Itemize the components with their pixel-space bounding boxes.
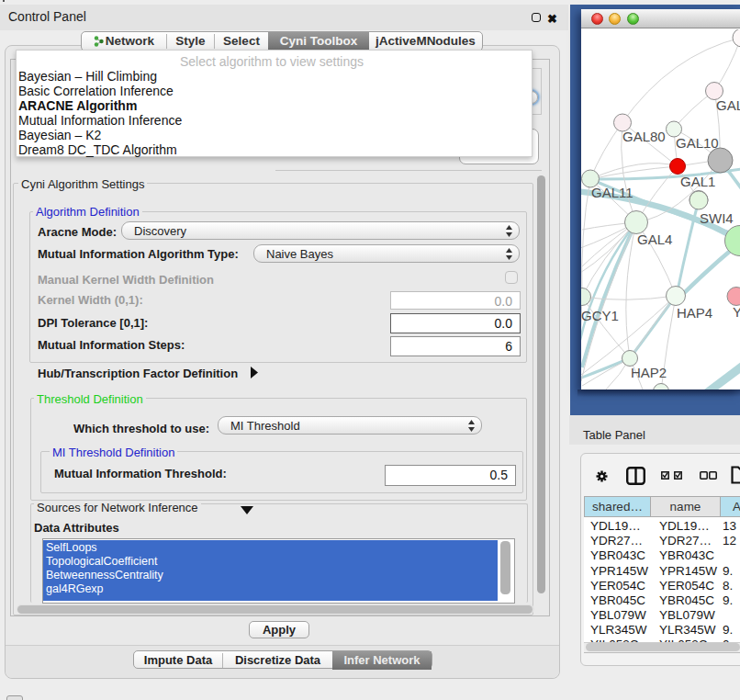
- svg-text:HAP2: HAP2: [631, 365, 667, 380]
- svg-text:Y: Y: [733, 304, 740, 320]
- svg-text:HAP4: HAP4: [677, 305, 712, 321]
- svg-text:GAL11: GAL11: [591, 185, 633, 200]
- svg-text:GAL4: GAL4: [637, 231, 672, 247]
- svg-text:GCY1: GCY1: [581, 308, 619, 323]
- svg-text:GAL1: GAL1: [680, 174, 715, 189]
- svg-text:GAL10: GAL10: [676, 135, 719, 151]
- svg-text:SWI4: SWI4: [700, 210, 734, 226]
- svg-text:GAL80: GAL80: [622, 129, 666, 144]
- svg-text:GAL7: GAL7: [716, 97, 740, 113]
